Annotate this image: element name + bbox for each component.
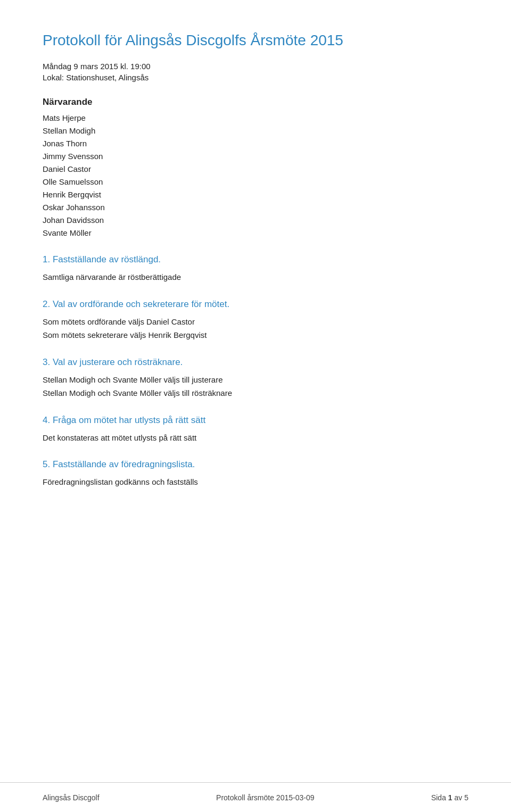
section-heading-1: 1. Fastställande av röstlängd. bbox=[43, 254, 468, 265]
section-2: 2. Val av ordförande och sekreterare för… bbox=[43, 299, 468, 342]
section-heading-4: 4. Fråga om mötet har utlysts på rätt sä… bbox=[43, 415, 468, 426]
attendees-section: Närvarande Mats HjerpeStellan ModighJona… bbox=[43, 97, 468, 239]
sections-container: 1. Fastställande av röstlängd.Samtliga n… bbox=[43, 254, 468, 489]
section-3: 3. Val av justerare och rösträknare.Stel… bbox=[43, 357, 468, 400]
section-4: 4. Fråga om mötet har utlysts på rätt sä… bbox=[43, 415, 468, 445]
attendee-item: Henrik Bergqvist bbox=[43, 188, 468, 201]
section-heading-2: 2. Val av ordförande och sekreterare för… bbox=[43, 299, 468, 310]
footer-left: Alingsås Discgolf bbox=[43, 793, 100, 802]
section-body-5: Föredragningslistan godkänns och faststä… bbox=[43, 475, 468, 489]
section-1: 1. Fastställande av röstlängd.Samtliga n… bbox=[43, 254, 468, 284]
attendee-item: Mats Hjerpe bbox=[43, 112, 468, 125]
attendee-item: Jimmy Svensson bbox=[43, 150, 468, 163]
location-line: Lokal: Stationshuset, Alingsås bbox=[43, 73, 468, 82]
attendee-item: Oskar Johansson bbox=[43, 201, 468, 214]
attendees-heading: Närvarande bbox=[43, 97, 468, 107]
attendees-list: Mats HjerpeStellan ModighJonas ThornJimm… bbox=[43, 112, 468, 239]
section-heading-3: 3. Val av justerare och rösträknare. bbox=[43, 357, 468, 368]
attendee-item: Svante Möller bbox=[43, 227, 468, 239]
attendee-item: Olle Samuelsson bbox=[43, 176, 468, 188]
section-5: 5. Fastställande av föredragningslista.F… bbox=[43, 459, 468, 489]
footer-right: Sida 1 av 5 bbox=[431, 793, 468, 802]
footer: Alingsås Discgolf Protokoll årsmöte 2015… bbox=[0, 782, 511, 812]
section-body-4: Det konstateras att mötet utlysts på rät… bbox=[43, 431, 468, 445]
page-title: Protokoll för Alingsås Discgolfs Årsmöte… bbox=[43, 32, 468, 49]
section-body-2: Som mötets ordförande väljs Daniel Casto… bbox=[43, 315, 468, 342]
footer-center: Protokoll årsmöte 2015-03-09 bbox=[216, 793, 314, 802]
attendee-item: Jonas Thorn bbox=[43, 137, 468, 150]
attendee-item: Stellan Modigh bbox=[43, 125, 468, 137]
attendee-item: Daniel Castor bbox=[43, 163, 468, 176]
attendee-item: Johan Davidsson bbox=[43, 214, 468, 227]
section-body-1: Samtliga närvarande är röstberättigade bbox=[43, 270, 468, 284]
date-line: Måndag 9 mars 2015 kl. 19:00 bbox=[43, 62, 468, 71]
section-body-3: Stellan Modigh och Svante Möller väljs t… bbox=[43, 373, 468, 400]
section-heading-5: 5. Fastställande av föredragningslista. bbox=[43, 459, 468, 470]
